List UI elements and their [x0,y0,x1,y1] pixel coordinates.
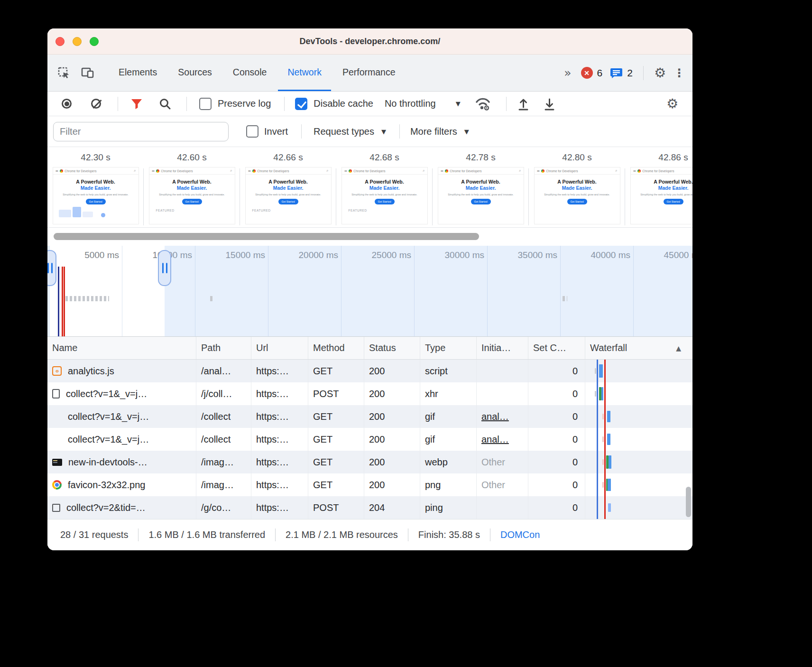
tab-elements[interactable]: Elements [109,55,166,91]
toggle-device-toolbar-button[interactable] [79,65,96,82]
tab-performance[interactable]: Performance [333,55,405,91]
cell-url[interactable]: https:… [251,451,308,473]
filmstrip-frame[interactable]: 42.68 s≡Chrome for Developers⌕A Powerful… [336,147,433,227]
cell-status[interactable]: 200 [364,451,420,473]
network-settings-gear-button[interactable]: ⚙ [666,96,678,111]
cell-initiator[interactable]: Other [477,451,528,473]
cell-waterfall[interactable] [585,405,692,428]
table-row[interactable]: collect?v=1&_v=j…/j/coll…https:…POST200x… [47,382,692,405]
cell-status[interactable]: 200 [364,360,420,382]
request-types-select[interactable]: Request types [314,126,374,137]
cell-set-cookies[interactable]: 0 [528,382,585,405]
cell-method[interactable]: GET [308,473,364,496]
table-row[interactable]: collect?v=1&_v=j…/collecthttps:…GET200gi… [47,405,692,428]
filmstrip-scrollbar-thumb[interactable] [54,233,479,240]
initiator-link[interactable]: anal… [481,434,509,445]
cell-initiator[interactable]: Other [477,473,528,496]
more-tabs-button[interactable]: » [562,66,573,80]
cell-name[interactable]: collect?v=1&_v=j… [47,405,196,428]
filmstrip-scrollbar-track[interactable] [47,228,692,246]
timeline-overview[interactable]: 5000 ms10000 ms15000 ms20000 ms25000 ms3… [47,246,692,337]
export-har-button[interactable] [543,97,556,111]
cell-name[interactable]: new-in-devtools-… [47,451,196,473]
cell-url[interactable]: https:… [251,382,308,405]
cell-method[interactable]: POST [308,496,364,519]
cell-path[interactable]: /g/co… [196,496,251,519]
cell-method[interactable]: GET [308,451,364,473]
cell-path[interactable]: /j/coll… [196,382,251,405]
cell-initiator[interactable] [477,496,528,519]
cell-set-cookies[interactable]: 0 [528,360,585,382]
minimize-window-button[interactable] [73,37,82,46]
request-types-dropdown-arrow-icon[interactable]: ▼ [381,128,386,135]
throttling-select[interactable]: No throttling [385,98,436,109]
cell-type[interactable]: webp [420,451,477,473]
invert-checkbox[interactable] [246,125,258,138]
cell-status[interactable]: 200 [364,382,420,405]
cell-type[interactable]: gif [420,428,477,451]
filmstrip-frame[interactable]: 42.66 s≡Chrome for Developers⌕A Powerful… [240,147,336,227]
table-row[interactable]: ‹›analytics.js/anal…https:…GET200script0 [47,360,692,382]
table-row[interactable]: new-in-devtools-…/imag…https:…GET200webp… [47,451,692,473]
cell-set-cookies[interactable]: 0 [528,473,585,496]
column-header-method[interactable]: Method [308,337,364,359]
throttling-dropdown-arrow-icon[interactable]: ▼ [456,100,461,107]
column-header-setc[interactable]: Set C… [528,337,585,359]
cell-type[interactable]: gif [420,405,477,428]
cell-initiator[interactable]: anal… [477,428,528,451]
record-network-log-button[interactable] [62,99,72,109]
cell-waterfall[interactable] [585,496,692,519]
table-row[interactable]: collect?v=2&tid=…/g/co…https:…POST204pin… [47,496,692,519]
tab-console[interactable]: Console [223,55,277,91]
cell-url[interactable]: https:… [251,473,308,496]
column-header-type[interactable]: Type [420,337,477,359]
table-row[interactable]: collect?v=1&_v=j…/collecthttps:…GET200gi… [47,428,692,451]
cell-method[interactable]: POST [308,382,364,405]
cell-type[interactable]: script [420,360,477,382]
filmstrip-frame[interactable]: 42.30 s≡Chrome for Developers⌕A Powerful… [47,147,144,227]
filmstrip-frame[interactable]: 42.78 s≡Chrome for Developers⌕A Powerful… [433,147,529,227]
customize-menu-button[interactable]: ⋮ [674,66,685,80]
cell-type[interactable]: png [420,473,477,496]
close-window-button[interactable] [55,37,65,46]
column-header-status[interactable]: Status [364,337,420,359]
cell-url[interactable]: https:… [251,360,308,382]
cell-waterfall[interactable] [585,382,692,405]
cell-path[interactable]: /imag… [196,451,251,473]
cell-method[interactable]: GET [308,405,364,428]
search-button[interactable] [159,98,171,110]
cell-name[interactable]: favicon-32x32.png [47,473,196,496]
overview-right-handle[interactable] [158,250,171,286]
cell-status[interactable]: 200 [364,405,420,428]
cell-method[interactable]: GET [308,428,364,451]
disable-cache-checkbox[interactable] [295,98,307,110]
filmstrip-frame[interactable]: 42.80 s≡Chrome for Developers⌕A Powerful… [529,147,625,227]
column-header-url[interactable]: Url [251,337,308,359]
cell-path[interactable]: /collect [196,428,251,451]
cell-path[interactable]: /imag… [196,473,251,496]
cell-method[interactable]: GET [308,360,364,382]
cell-path[interactable]: /collect [196,405,251,428]
issues-counter[interactable]: 2 [610,67,633,79]
cell-name[interactable]: collect?v=2&tid=… [47,496,196,519]
cell-set-cookies[interactable]: 0 [528,405,585,428]
import-har-button[interactable] [517,97,530,111]
cell-waterfall[interactable] [585,428,692,451]
cell-set-cookies[interactable]: 0 [528,451,585,473]
cell-initiator[interactable] [477,382,528,405]
network-conditions-button[interactable] [475,97,492,111]
cell-waterfall[interactable] [585,360,692,382]
column-header-waterfall[interactable]: Waterfall▲ [585,337,692,359]
cell-type[interactable]: xhr [420,382,477,405]
table-scrollbar-thumb[interactable] [686,487,691,517]
table-row[interactable]: favicon-32x32.png/imag…https:…GET200pngO… [47,473,692,496]
cell-url[interactable]: https:… [251,496,308,519]
filmstrip-frame[interactable]: 42.86 s≡Chrome for Developers⌕A Powerful… [625,147,692,227]
cell-status[interactable]: 200 [364,473,420,496]
column-header-initia[interactable]: Initia… [477,337,528,359]
filter-input[interactable] [53,122,229,141]
filter-toggle-button[interactable] [130,98,143,110]
cell-type[interactable]: ping [420,496,477,519]
tab-network[interactable]: Network [278,55,331,91]
filmstrip-frame[interactable]: 42.60 s≡Chrome for Developers⌕A Powerful… [144,147,240,227]
